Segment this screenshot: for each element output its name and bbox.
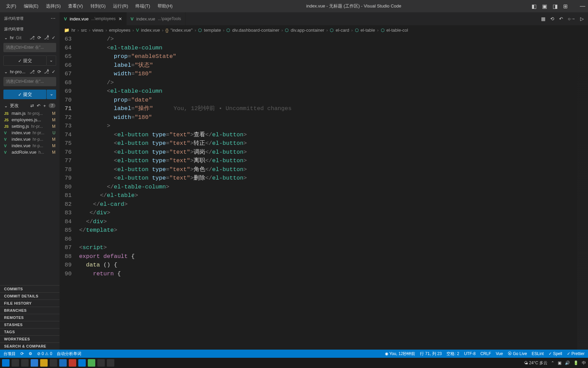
- refresh-icon[interactable]: ⟳: [37, 35, 41, 40]
- changed-file-row[interactable]: JSsetting.jshr-pr...M: [0, 123, 60, 129]
- branch-icon[interactable]: ⎇: [30, 35, 35, 40]
- section-file-history[interactable]: FILE HISTORY: [0, 300, 60, 307]
- taskbar-app-icon[interactable]: [50, 359, 57, 367]
- breadcrumb-employees[interactable]: employees: [109, 28, 130, 33]
- status-golive[interactable]: ⦿ Go Live: [508, 351, 527, 356]
- commit-dropdown-hrpro[interactable]: ⌄: [47, 90, 56, 99]
- breadcrumb-eltable[interactable]: el-table: [361, 28, 375, 33]
- taskbar-app-icon[interactable]: [88, 359, 95, 367]
- weather-widget[interactable]: 🌤 24°C 多云: [524, 360, 548, 366]
- breadcrumb[interactable]: 📁 hr› src› views› employees› V index.vue…: [60, 25, 588, 35]
- status-lang[interactable]: Vue: [496, 351, 503, 356]
- breadcrumb-elcard[interactable]: el-card: [336, 28, 349, 33]
- tab-index-employees[interactable]: V index.vue ...\employees ✕: [60, 12, 127, 25]
- code-line[interactable]: label="状态": [79, 61, 588, 70]
- status-prettier[interactable]: ✓ Prettier: [567, 351, 585, 356]
- code-line[interactable]: <el-table-column: [79, 87, 588, 96]
- code-line[interactable]: <el-button type="text">离职</el-button>: [79, 156, 588, 165]
- code-line[interactable]: width="180": [79, 113, 588, 122]
- tray-icon[interactable]: 🔊: [565, 361, 570, 365]
- status-project[interactable]: 台项目: [3, 351, 16, 357]
- code-line[interactable]: <el-button type="text">角色</el-button>: [79, 165, 588, 174]
- menu-run[interactable]: 运行(R): [110, 2, 131, 11]
- system-tray[interactable]: 🌤 24°C 多云 ⌃ ▣ 🔊 🔋 中: [524, 360, 586, 366]
- section-commit-details[interactable]: COMMIT DETAILS: [0, 292, 60, 300]
- code-editor[interactable]: 6364656667686970717273747576777879808182…: [60, 35, 588, 350]
- commit-button-hrpro[interactable]: ✓提交: [3, 90, 46, 99]
- sidebar-more-icon[interactable]: ⋯: [51, 16, 56, 21]
- status-indent[interactable]: 空格: 2: [446, 351, 459, 357]
- taskbar-app-icon[interactable]: [78, 359, 86, 367]
- status-sync[interactable]: ⟳: [20, 351, 24, 356]
- status-encoding[interactable]: UTF-8: [464, 351, 476, 356]
- tab-index-pagetools[interactable]: V index.vue ...\pageTools: [127, 12, 185, 25]
- changed-file-row[interactable]: Vindex.vuehr-p...M: [0, 136, 60, 142]
- code-line[interactable]: label="操作"You, 12秒钟前 • Uncommitted chang…: [79, 104, 588, 113]
- code-line[interactable]: <el-button type="text">查看</el-button>: [79, 131, 588, 139]
- menu-go[interactable]: 转到(G): [87, 2, 109, 11]
- code-line[interactable]: [79, 235, 588, 244]
- status-line-col[interactable]: 行 71, 列 23: [420, 351, 442, 357]
- compare-icon[interactable]: ▦: [541, 16, 545, 21]
- branch-icon[interactable]: ⎇: [30, 69, 35, 74]
- section-remotes[interactable]: REMOTES: [0, 314, 60, 321]
- status-git[interactable]: ⚙: [29, 351, 32, 356]
- section-worktrees[interactable]: WORKTREES: [0, 335, 60, 342]
- changed-file-row[interactable]: Vindex.vuehr-pr...U: [0, 129, 60, 136]
- changed-file-row[interactable]: JSmain.jshr-proj...M: [0, 110, 60, 117]
- commit-message-input-hr[interactable]: 消息(Ctrl+Enter 在"...: [3, 43, 56, 52]
- refresh-icon[interactable]: ⟳: [37, 69, 41, 74]
- window-minimize-icon[interactable]: —: [580, 3, 585, 10]
- taskbar-app-icon[interactable]: [31, 359, 38, 367]
- revert-icon[interactable]: ↶: [559, 16, 563, 21]
- breadcrumb-indexvue[interactable]: "index.vue": [170, 28, 193, 33]
- code-line[interactable]: prop="enableState": [79, 52, 588, 61]
- menu-selection[interactable]: 选择(S): [43, 2, 64, 11]
- taskbar-app-icon[interactable]: [21, 359, 29, 367]
- menu-terminal[interactable]: 终端(T): [132, 2, 153, 11]
- git-icon[interactable]: ○→: [568, 16, 575, 21]
- section-tags[interactable]: TAGS: [0, 328, 60, 335]
- repo-row-hrpro[interactable]: ⌄ hr-pro... ⎇ ⟳ ⎇̊ ✓: [0, 68, 60, 76]
- run-icon[interactable]: ▷: [580, 16, 584, 21]
- section-stashes[interactable]: STASHES: [0, 321, 60, 328]
- menu-file[interactable]: 文(F): [3, 2, 20, 11]
- changed-file-row[interactable]: Vindex.vuehr-p...M: [0, 142, 60, 149]
- tree-icon[interactable]: ⇄: [30, 103, 34, 108]
- undo-icon[interactable]: ↶: [37, 103, 40, 108]
- menu-view[interactable]: 查看(V): [65, 2, 86, 11]
- tray-chevron[interactable]: ⌃: [551, 361, 554, 365]
- toggle-panel-left-icon[interactable]: ◧: [532, 3, 537, 10]
- plus-icon[interactable]: +: [43, 103, 46, 108]
- code-line[interactable]: width="180": [79, 70, 588, 78]
- status-eol[interactable]: CRLF: [480, 351, 491, 356]
- breadcrumb-hr[interactable]: hr: [71, 28, 76, 33]
- taskbar-app-icon[interactable]: [97, 359, 105, 367]
- breadcrumb-dashboard[interactable]: div.dashboard-container: [232, 28, 279, 33]
- code-line[interactable]: <el-table-column: [79, 44, 588, 52]
- code-line[interactable]: data () {: [79, 261, 588, 270]
- code-line[interactable]: <script>: [79, 243, 588, 252]
- tray-icon[interactable]: ▣: [558, 361, 561, 365]
- taskbar-app-icon[interactable]: [12, 359, 19, 367]
- code-line[interactable]: </el-card>: [79, 200, 588, 209]
- menu-edit[interactable]: 编辑(E): [20, 2, 42, 11]
- status-blame[interactable]: ◉ You, 12秒钟前: [385, 351, 415, 357]
- check-icon[interactable]: ✓: [52, 35, 55, 40]
- breadcrumb-template[interactable]: template: [204, 28, 221, 33]
- changed-file-row[interactable]: JSemployees.js...M: [0, 117, 60, 123]
- commit-message-input-hrpro[interactable]: 消息(Ctrl+Enter 在"...: [3, 77, 56, 86]
- breadcrumb-src[interactable]: src: [81, 28, 87, 33]
- code-line[interactable]: export default {: [79, 252, 588, 261]
- code-content[interactable]: /> <el-table-column prop="enableState" l…: [79, 35, 588, 350]
- taskbar-app-icon[interactable]: [107, 359, 114, 367]
- changed-file-row[interactable]: VaddRole.vueh...M: [0, 149, 60, 155]
- scm-section-title[interactable]: 源代码管理: [0, 25, 60, 34]
- code-line[interactable]: >: [79, 122, 588, 131]
- taskbar-app-icon[interactable]: [40, 359, 48, 367]
- breadcrumb-views[interactable]: views: [93, 28, 104, 33]
- tray-ime[interactable]: 中: [582, 360, 586, 366]
- taskbar-app-icon[interactable]: [69, 359, 76, 367]
- customize-layout-icon[interactable]: ⊞: [563, 3, 568, 10]
- code-line[interactable]: />: [79, 78, 588, 87]
